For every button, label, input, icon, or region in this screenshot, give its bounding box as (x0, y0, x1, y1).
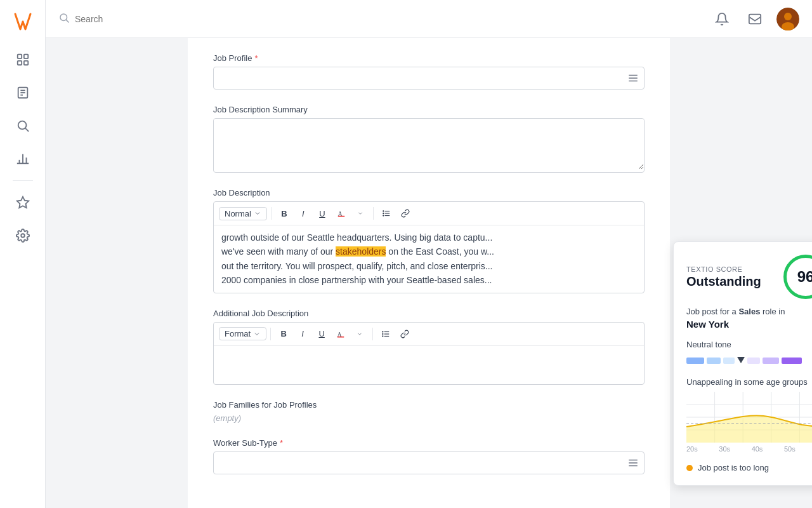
font-color-btn-2[interactable]: A (332, 325, 350, 343)
format-dropdown[interactable]: Format (219, 327, 266, 340)
svg-rect-1 (23, 55, 27, 58)
warning-dot (686, 465, 693, 471)
age-section: Unappealing in some age groups (686, 377, 812, 453)
sidebar-item-report[interactable] (9, 79, 37, 107)
bold-btn-1[interactable]: B (275, 204, 293, 222)
job-description-editor: Normal B I U A (213, 201, 645, 293)
age-tick-40s: 40s (752, 445, 763, 453)
link-btn-2[interactable] (396, 325, 414, 343)
svg-point-39 (383, 333, 383, 334)
tone-blue-3 (723, 358, 735, 364)
main-container: Job Profile * Job Description Summary (46, 0, 812, 508)
worker-sub-type-input[interactable] (219, 458, 627, 468)
job-families-label: Job Families for Job Profiles (213, 400, 645, 410)
list-btn-2[interactable] (377, 325, 395, 343)
job-description-summary-wrapper (213, 118, 645, 173)
toolbar-sep-4 (372, 328, 373, 340)
svg-rect-0 (17, 55, 21, 58)
age-label: Unappealing in some age groups (686, 377, 812, 387)
age-axis: 20s 30s 40s 50s 60s (686, 445, 812, 453)
additional-job-description-field: Additional Job Description Format B I U (213, 309, 645, 385)
warning-text: Job post is too long (698, 463, 769, 472)
font-color-arrow-2[interactable] (351, 325, 369, 343)
job-description-summary-field: Job Description Summary (213, 105, 645, 173)
job-families-field: Job Families for Job Profiles (empty) (213, 400, 645, 423)
font-color-arrow-1[interactable] (351, 204, 369, 222)
svg-point-40 (383, 335, 383, 336)
sidebar-item-dashboard[interactable] (9, 46, 37, 74)
sidebar-item-star[interactable] (9, 189, 37, 217)
worker-sub-type-list-icon[interactable] (627, 457, 639, 469)
sidebar-item-settings[interactable] (9, 222, 37, 250)
search-icon (58, 12, 70, 26)
textio-score-circle: 96 (783, 255, 812, 299)
textio-role-text: Job post for a Sales role in (686, 307, 812, 316)
search-input[interactable] (75, 14, 202, 24)
highlighted-text: stakeholders (336, 246, 386, 257)
toolbar-sep-3 (270, 328, 271, 340)
worker-sub-type-field: Worker Sub-Type * (213, 438, 645, 474)
job-profile-list-icon[interactable] (627, 72, 639, 84)
worker-sub-type-label: Worker Sub-Type * (213, 438, 645, 448)
inbox-icon[interactable] (743, 8, 766, 30)
editor-toolbar-1: Normal B I U A (214, 202, 644, 225)
job-profile-input-wrapper (213, 67, 645, 90)
additional-job-description-editor: Format B I U A (213, 322, 645, 385)
additional-job-description-label: Additional Job Description (213, 309, 645, 318)
tone-indicator (737, 357, 745, 363)
tone-section: Neutral tone (686, 340, 812, 367)
sidebar-item-search[interactable] (9, 112, 37, 140)
toolbar-sep-2 (373, 207, 374, 220)
svg-point-20 (784, 13, 792, 20)
editor-toolbar-2: Format B I U A (214, 323, 644, 346)
tone-blue-1 (686, 358, 704, 364)
textio-header: Textio Score Outstanding 96 (686, 255, 812, 299)
topbar (46, 0, 812, 38)
app-logo (9, 8, 37, 36)
warning-item: Job post is too long (686, 463, 812, 472)
bold-btn-2[interactable]: B (275, 325, 292, 343)
tone-purple-3 (782, 358, 802, 364)
form-container: Job Profile * Job Description Summary (188, 38, 670, 508)
svg-point-30 (383, 211, 384, 211)
tone-purple-2 (763, 358, 779, 364)
list-btn-1[interactable] (377, 204, 395, 222)
content-area: Job Profile * Job Description Summary (46, 38, 812, 508)
job-profile-input[interactable] (219, 73, 627, 83)
normal-dropdown[interactable]: Normal (219, 207, 267, 220)
link-btn-1[interactable] (396, 204, 414, 222)
topbar-actions (710, 8, 799, 30)
additional-job-description-content[interactable] (214, 346, 644, 384)
required-asterisk: * (254, 53, 258, 63)
svg-point-31 (383, 213, 384, 213)
age-tick-50s: 50s (784, 445, 796, 453)
svg-rect-2 (17, 61, 21, 65)
italic-btn-1[interactable]: I (294, 204, 312, 222)
toolbar-sep-1 (271, 207, 272, 220)
job-description-content[interactable]: growth outside of our Seattle headquarte… (214, 225, 644, 293)
search-container (58, 12, 703, 26)
job-description-label: Job Description (213, 188, 645, 197)
age-tick-20s: 20s (686, 445, 698, 453)
tone-label: Neutral tone (686, 340, 812, 349)
underline-btn-2[interactable]: U (313, 325, 331, 343)
svg-rect-3 (23, 61, 27, 65)
underline-btn-1[interactable]: U (313, 204, 331, 222)
svg-rect-18 (749, 14, 761, 23)
notification-icon[interactable] (710, 8, 733, 30)
italic-btn-2[interactable]: I (294, 325, 311, 343)
job-description-summary-input[interactable] (214, 119, 644, 170)
job-description-field: Job Description Normal B I U (213, 188, 645, 293)
svg-point-16 (60, 14, 67, 21)
avatar[interactable] (776, 8, 799, 30)
tone-bar (686, 354, 812, 367)
font-color-btn-1[interactable]: A (332, 204, 350, 222)
sidebar-item-chart[interactable] (9, 145, 37, 173)
sidebar (0, 0, 46, 508)
tone-blue-2 (707, 358, 721, 364)
job-description-summary-label: Job Description Summary (213, 105, 645, 114)
age-chart (686, 392, 812, 443)
svg-point-8 (18, 121, 26, 130)
textio-location: New York (686, 319, 812, 330)
svg-point-32 (383, 215, 384, 216)
